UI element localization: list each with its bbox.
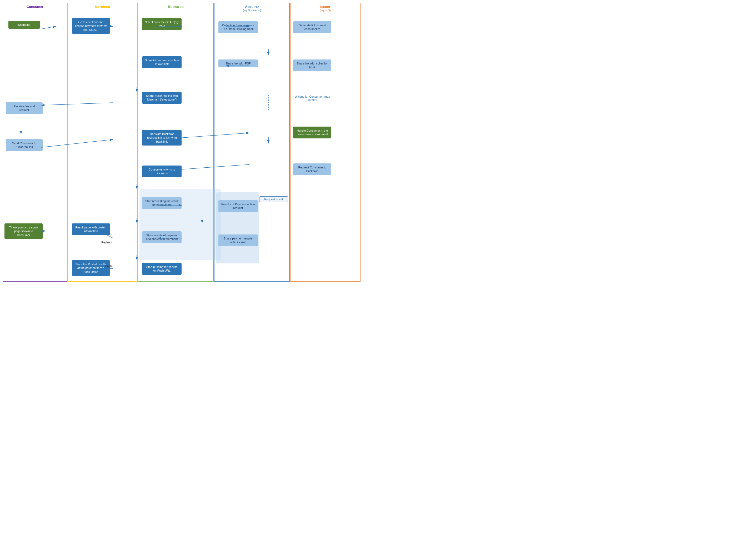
lane-acquirer-body: Collection Bank requests URL from Issuei… — [214, 13, 290, 281]
lane-buckaroo-body: Select bank for iDEAL (eg: ING) Store li… — [138, 10, 213, 278]
box-collection-bank-req: Collection Bank requests URL from Issuei… — [218, 21, 258, 33]
lane-acquirer-sub: (eg Buckaroo) — [216, 9, 289, 12]
lane-consumer-body: Shopping Receive link and redirect Send … — [3, 10, 67, 278]
swimlanes: Consumer Shopping Receive link and redir… — [3, 3, 361, 282]
lane-merchant-header: Merchant — [68, 3, 137, 10]
box-receive-link: Receive link and redirect — [6, 102, 43, 114]
lane-buckaroo-label: Buckaroo — [168, 5, 184, 9]
box-store-link: Store link and encapsulate in own link — [142, 56, 182, 68]
box-redirect-consumer: Redirect Consumer to Buckaroo — [293, 163, 331, 175]
push-label: Push — [105, 264, 112, 268]
box-translate-link: Translate Buckaroo redirect link to Issu… — [142, 130, 182, 146]
box-share-link-collection: Share link with collection bank — [293, 59, 331, 71]
box-select-bank: Select bank for iDEAL (eg: ING) — [142, 18, 182, 30]
lane-merchant-body: Go to checkout and choose payment method… — [68, 10, 137, 278]
lane-consumer-label: Consumer — [27, 5, 43, 9]
lane-acquirer-header: Acquirer (eg Buckaroo) — [214, 3, 290, 13]
redirect-label: Redirect — [101, 241, 112, 244]
lane-issuer: Issuer (eg ING) Generate link to send co… — [290, 3, 361, 282]
lane-buckaroo: Buckaroo Select bank for iDEAL (eg: ING)… — [138, 3, 214, 282]
lane-buckaroo-header: Buckaroo — [138, 3, 213, 10]
waiting-text: Waiting for Consumer (max 15 min) — [293, 95, 331, 101]
lane-merchant: Merchant Go to checkout and choose payme… — [67, 3, 138, 282]
box-consumer-returns: Consumer returns to Buckaroo — [142, 166, 182, 177]
request-result-label: Request result — [259, 196, 288, 202]
lane-merchant-label: Merchant — [95, 5, 110, 9]
lane-issuer-header: Issuer (eg ING) — [291, 3, 360, 13]
diagram-container: Consumer Shopping Receive link and redir… — [0, 0, 363, 284]
box-share-payment-results: Share payment results with Buckroo — [218, 234, 258, 246]
lane-issuer-sub: (eg ING) — [292, 9, 359, 12]
lane-issuer-body: Generate link to send consumer to Share … — [291, 13, 360, 281]
box-result-page: Result page with posted information — [72, 223, 110, 235]
box-send-consumer: Send Consumer to Buckaroo link — [6, 139, 43, 151]
lane-issuer-label: Issuer — [320, 5, 330, 9]
box-share-link-psp: Share link with PSP — [218, 59, 258, 67]
lane-consumer-header: Consumer — [3, 3, 67, 10]
lane-consumer: Consumer Shopping Receive link and redir… — [3, 3, 67, 282]
box-generate-link: Generate link to send consumer to — [293, 21, 331, 33]
box-share-buckaroo-link: Share Buckaroo link with Merchant ("step… — [142, 92, 182, 104]
box-store-results: Store results of payment and share with … — [142, 231, 182, 243]
lane-acquirer-label: Acquirer — [245, 5, 259, 9]
box-handle-consumer: Handle Consumer in the home bank environ… — [293, 127, 331, 138]
box-store-posted: Store the Posted results of the payment … — [72, 260, 110, 276]
box-checkout: Go to checkout and choose payment method… — [72, 18, 110, 34]
box-thank-you: Thank you or try again page shown to Con… — [4, 223, 43, 239]
box-start-requesting: Start requesting the result of the payme… — [142, 197, 182, 209]
box-results-payment-action: Results of Payment action request — [218, 200, 258, 212]
box-start-pushing: Start pushing the results on Push URL — [142, 263, 182, 275]
box-shopping: Shopping — [8, 21, 40, 29]
lane-acquirer: Acquirer (eg Buckaroo) Collection Bank r… — [214, 3, 290, 282]
